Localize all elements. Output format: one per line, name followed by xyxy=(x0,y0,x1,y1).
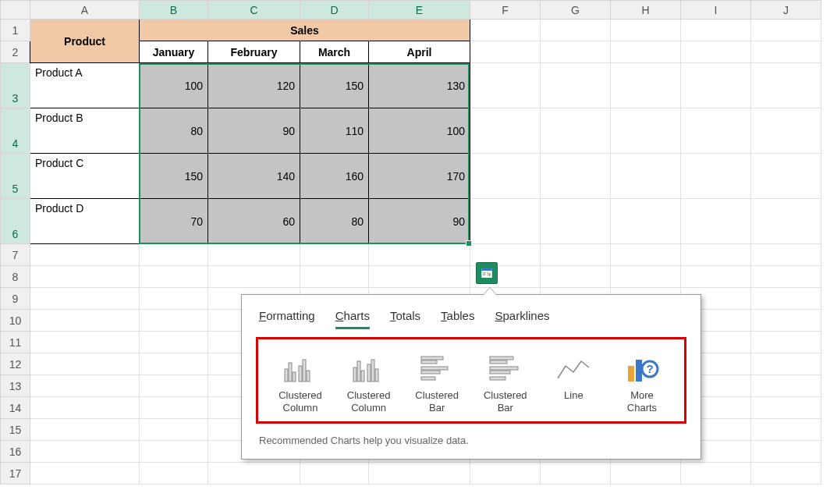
cell-C3[interactable]: 120 xyxy=(208,63,300,108)
svg-rect-20 xyxy=(421,367,448,370)
cell-B3[interactable]: 100 xyxy=(140,63,208,108)
cell-month-feb[interactable]: February xyxy=(208,41,300,63)
cell-A6[interactable]: Product D xyxy=(30,199,140,244)
chart-label: Line xyxy=(541,389,606,402)
cell-A3[interactable]: Product A xyxy=(30,63,140,108)
cell-D4[interactable]: 110 xyxy=(300,108,369,154)
svg-rect-3 xyxy=(483,275,486,275)
cell-E4[interactable]: 100 xyxy=(369,108,470,154)
chart-label: ClusteredBar xyxy=(404,389,470,413)
popup-help-text: Recommended Charts help you visualize da… xyxy=(256,424,686,448)
chart-clustered-column-1[interactable]: ClusteredColumn xyxy=(268,349,333,413)
svg-rect-10 xyxy=(303,360,306,382)
chart-more[interactable]: ? MoreCharts xyxy=(609,349,675,413)
clustered-column-icon xyxy=(268,349,333,383)
colhdr-H[interactable]: H xyxy=(611,1,681,20)
rowhdr-15[interactable]: 15 xyxy=(1,419,30,441)
quick-analysis-button[interactable] xyxy=(476,262,498,284)
cell-D6[interactable]: 80 xyxy=(300,199,369,244)
colhdr-F[interactable]: F xyxy=(470,1,541,20)
svg-rect-8 xyxy=(293,372,296,382)
cell-D3[interactable]: 150 xyxy=(300,63,369,108)
tab-sparklines[interactable]: Sparklines xyxy=(495,309,549,329)
colhdr-D[interactable]: D xyxy=(300,1,369,20)
rowhdr-4[interactable]: 4 xyxy=(1,108,30,154)
rowhdr-1[interactable]: 1 xyxy=(1,20,30,41)
rowhdr-5[interactable]: 5 xyxy=(1,154,30,199)
cell-month-apr[interactable]: April xyxy=(369,41,470,63)
chart-label: ClusteredColumn xyxy=(268,389,333,413)
rowhdr-17[interactable]: 17 xyxy=(1,463,30,484)
cell-E6[interactable]: 90 xyxy=(369,199,470,244)
rowhdr-14[interactable]: 14 xyxy=(1,397,30,419)
svg-rect-26 xyxy=(490,371,510,374)
cell-C6[interactable]: 60 xyxy=(208,199,300,244)
tab-totals[interactable]: Totals xyxy=(390,309,420,329)
corner-cell[interactable] xyxy=(1,1,30,20)
cell-B4[interactable]: 80 xyxy=(140,108,208,154)
svg-rect-5 xyxy=(489,273,491,276)
cell-month-jan[interactable]: January xyxy=(140,41,208,63)
rowhdr-12[interactable]: 12 xyxy=(1,353,30,375)
cell-C5[interactable]: 140 xyxy=(208,154,300,199)
svg-rect-23 xyxy=(490,357,513,360)
rowhdr-2[interactable]: 2 xyxy=(1,41,30,63)
cell-product-header[interactable]: Product xyxy=(30,20,140,63)
chart-line[interactable]: Line xyxy=(541,349,606,413)
rowhdr-13[interactable]: 13 xyxy=(1,375,30,397)
svg-rect-15 xyxy=(367,364,371,382)
rowhdr-6[interactable]: 6 xyxy=(1,199,30,244)
tab-formatting[interactable]: Formatting xyxy=(259,309,315,329)
svg-text:?: ? xyxy=(646,362,653,375)
quick-analysis-icon xyxy=(480,266,494,280)
chart-label: MoreCharts xyxy=(609,389,675,413)
chart-clustered-bar-1[interactable]: ClusteredBar xyxy=(404,349,470,413)
svg-rect-2 xyxy=(483,272,486,273)
line-chart-icon xyxy=(541,349,606,383)
chart-label: ClusteredColumn xyxy=(336,389,402,413)
tab-tables[interactable]: Tables xyxy=(441,309,474,329)
cell-E3[interactable]: 130 xyxy=(369,63,470,108)
rowhdr-3[interactable]: 3 xyxy=(1,63,30,108)
colhdr-B[interactable]: B xyxy=(140,1,208,20)
cell-E5[interactable]: 170 xyxy=(369,154,470,199)
svg-rect-11 xyxy=(307,371,310,382)
chart-options-row: ClusteredColumn ClusteredColumn Clustere… xyxy=(256,337,686,424)
cell-A4[interactable]: Product B xyxy=(30,108,140,154)
rowhdr-7[interactable]: 7 xyxy=(1,244,30,266)
rowhdr-9[interactable]: 9 xyxy=(1,288,30,310)
cell-D5[interactable]: 160 xyxy=(300,154,369,199)
colhdr-G[interactable]: G xyxy=(541,1,611,20)
cell-B5[interactable]: 150 xyxy=(140,154,208,199)
colhdr-C[interactable]: C xyxy=(208,1,300,20)
svg-rect-9 xyxy=(299,366,302,382)
cell-sales-header[interactable]: Sales xyxy=(140,20,470,41)
colhdr-E[interactable]: E xyxy=(369,1,470,20)
chart-clustered-bar-2[interactable]: ClusteredBar xyxy=(473,349,538,413)
cell-A5[interactable]: Product C xyxy=(30,154,140,199)
rowhdr-8[interactable]: 8 xyxy=(1,266,30,288)
chart-label: ClusteredBar xyxy=(473,389,538,413)
svg-rect-6 xyxy=(285,369,288,382)
svg-rect-7 xyxy=(289,363,292,382)
rowhdr-16[interactable]: 16 xyxy=(1,441,30,463)
svg-rect-25 xyxy=(490,367,518,370)
colhdr-A[interactable]: A xyxy=(30,1,140,20)
svg-rect-22 xyxy=(421,377,435,380)
rowhdr-11[interactable]: 11 xyxy=(1,332,30,353)
chart-clustered-column-2[interactable]: ClusteredColumn xyxy=(336,349,402,413)
rowhdr-10[interactable]: 10 xyxy=(1,310,30,332)
svg-rect-24 xyxy=(490,360,507,364)
svg-rect-18 xyxy=(421,357,443,360)
clustered-bar-icon xyxy=(473,349,538,383)
cell-month-mar[interactable]: March xyxy=(300,41,369,63)
svg-rect-28 xyxy=(628,366,634,382)
tab-charts[interactable]: Charts xyxy=(335,309,370,329)
cell-B6[interactable]: 70 xyxy=(140,199,208,244)
cell-C4[interactable]: 90 xyxy=(208,108,300,154)
colhdr-J[interactable]: J xyxy=(751,1,821,20)
colhdr-I[interactable]: I xyxy=(681,1,751,20)
clustered-bar-icon xyxy=(404,349,470,383)
clustered-column-icon xyxy=(336,349,402,383)
svg-rect-27 xyxy=(490,377,505,380)
